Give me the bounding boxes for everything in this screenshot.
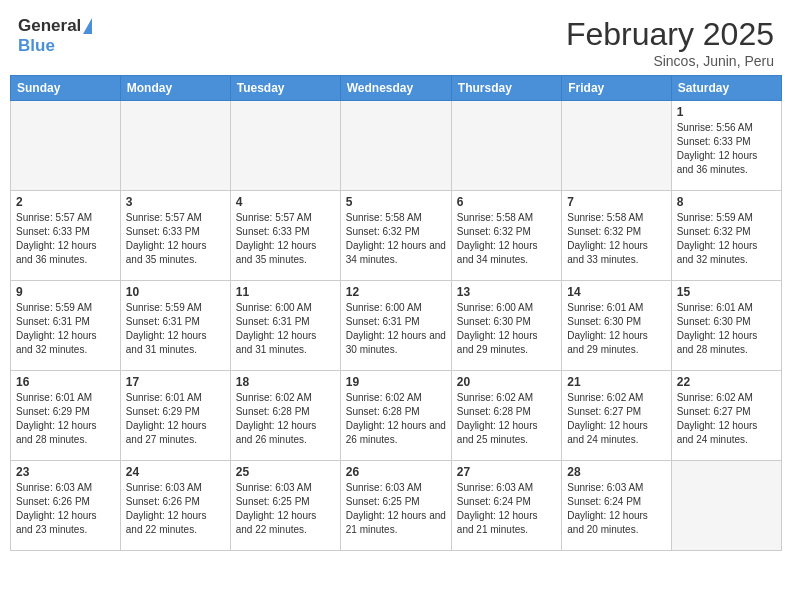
calendar-day-cell: 3Sunrise: 5:57 AM Sunset: 6:33 PM Daylig… [120, 191, 230, 281]
day-number: 8 [677, 195, 776, 209]
calendar-day-cell: 20Sunrise: 6:02 AM Sunset: 6:28 PM Dayli… [451, 371, 561, 461]
day-info: Sunrise: 5:57 AM Sunset: 6:33 PM Dayligh… [236, 211, 335, 267]
day-info: Sunrise: 5:59 AM Sunset: 6:32 PM Dayligh… [677, 211, 776, 267]
calendar-day-cell: 27Sunrise: 6:03 AM Sunset: 6:24 PM Dayli… [451, 461, 561, 551]
day-info: Sunrise: 6:03 AM Sunset: 6:26 PM Dayligh… [16, 481, 115, 537]
location-subtitle: Sincos, Junin, Peru [566, 53, 774, 69]
day-number: 19 [346, 375, 446, 389]
day-number: 24 [126, 465, 225, 479]
day-info: Sunrise: 6:01 AM Sunset: 6:29 PM Dayligh… [126, 391, 225, 447]
day-number: 20 [457, 375, 556, 389]
day-info: Sunrise: 6:02 AM Sunset: 6:27 PM Dayligh… [677, 391, 776, 447]
day-info: Sunrise: 6:00 AM Sunset: 6:31 PM Dayligh… [346, 301, 446, 357]
month-year-title: February 2025 [566, 16, 774, 53]
day-number: 2 [16, 195, 115, 209]
calendar-day-cell: 19Sunrise: 6:02 AM Sunset: 6:28 PM Dayli… [340, 371, 451, 461]
calendar-day-cell [671, 461, 781, 551]
calendar-day-cell: 6Sunrise: 5:58 AM Sunset: 6:32 PM Daylig… [451, 191, 561, 281]
day-number: 25 [236, 465, 335, 479]
day-info: Sunrise: 5:57 AM Sunset: 6:33 PM Dayligh… [16, 211, 115, 267]
day-number: 1 [677, 105, 776, 119]
calendar-day-cell [451, 101, 561, 191]
day-number: 6 [457, 195, 556, 209]
day-info: Sunrise: 6:03 AM Sunset: 6:25 PM Dayligh… [236, 481, 335, 537]
day-number: 26 [346, 465, 446, 479]
calendar-day-cell: 5Sunrise: 5:58 AM Sunset: 6:32 PM Daylig… [340, 191, 451, 281]
calendar-day-cell: 17Sunrise: 6:01 AM Sunset: 6:29 PM Dayli… [120, 371, 230, 461]
day-number: 28 [567, 465, 665, 479]
logo-triangle-icon [83, 18, 92, 34]
day-info: Sunrise: 6:01 AM Sunset: 6:29 PM Dayligh… [16, 391, 115, 447]
calendar-day-cell: 14Sunrise: 6:01 AM Sunset: 6:30 PM Dayli… [562, 281, 671, 371]
day-number: 14 [567, 285, 665, 299]
day-info: Sunrise: 6:00 AM Sunset: 6:30 PM Dayligh… [457, 301, 556, 357]
day-number: 15 [677, 285, 776, 299]
day-info: Sunrise: 6:02 AM Sunset: 6:28 PM Dayligh… [346, 391, 446, 447]
calendar-day-cell: 26Sunrise: 6:03 AM Sunset: 6:25 PM Dayli… [340, 461, 451, 551]
day-number: 5 [346, 195, 446, 209]
day-of-week-header: Friday [562, 76, 671, 101]
logo-general: General [18, 16, 81, 36]
calendar-week-row: 23Sunrise: 6:03 AM Sunset: 6:26 PM Dayli… [11, 461, 782, 551]
day-number: 3 [126, 195, 225, 209]
calendar-day-cell [230, 101, 340, 191]
day-number: 22 [677, 375, 776, 389]
day-number: 16 [16, 375, 115, 389]
day-of-week-header: Sunday [11, 76, 121, 101]
day-info: Sunrise: 6:03 AM Sunset: 6:24 PM Dayligh… [567, 481, 665, 537]
calendar-day-cell: 23Sunrise: 6:03 AM Sunset: 6:26 PM Dayli… [11, 461, 121, 551]
calendar-day-cell [340, 101, 451, 191]
calendar-day-cell: 28Sunrise: 6:03 AM Sunset: 6:24 PM Dayli… [562, 461, 671, 551]
calendar-week-row: 16Sunrise: 6:01 AM Sunset: 6:29 PM Dayli… [11, 371, 782, 461]
logo-blue: Blue [18, 36, 55, 56]
day-info: Sunrise: 6:03 AM Sunset: 6:25 PM Dayligh… [346, 481, 446, 537]
calendar-day-cell: 2Sunrise: 5:57 AM Sunset: 6:33 PM Daylig… [11, 191, 121, 281]
day-number: 27 [457, 465, 556, 479]
calendar-day-cell: 8Sunrise: 5:59 AM Sunset: 6:32 PM Daylig… [671, 191, 781, 281]
day-info: Sunrise: 5:58 AM Sunset: 6:32 PM Dayligh… [457, 211, 556, 267]
calendar-day-cell: 9Sunrise: 5:59 AM Sunset: 6:31 PM Daylig… [11, 281, 121, 371]
day-of-week-header: Thursday [451, 76, 561, 101]
calendar-day-cell: 21Sunrise: 6:02 AM Sunset: 6:27 PM Dayli… [562, 371, 671, 461]
page-header: General Blue February 2025 Sincos, Junin… [10, 10, 782, 71]
day-number: 21 [567, 375, 665, 389]
calendar-day-cell: 10Sunrise: 5:59 AM Sunset: 6:31 PM Dayli… [120, 281, 230, 371]
day-info: Sunrise: 6:00 AM Sunset: 6:31 PM Dayligh… [236, 301, 335, 357]
calendar-day-cell: 13Sunrise: 6:00 AM Sunset: 6:30 PM Dayli… [451, 281, 561, 371]
calendar-day-cell: 1Sunrise: 5:56 AM Sunset: 6:33 PM Daylig… [671, 101, 781, 191]
day-info: Sunrise: 5:58 AM Sunset: 6:32 PM Dayligh… [346, 211, 446, 267]
calendar-week-row: 9Sunrise: 5:59 AM Sunset: 6:31 PM Daylig… [11, 281, 782, 371]
calendar-day-cell: 24Sunrise: 6:03 AM Sunset: 6:26 PM Dayli… [120, 461, 230, 551]
day-info: Sunrise: 5:58 AM Sunset: 6:32 PM Dayligh… [567, 211, 665, 267]
day-info: Sunrise: 6:02 AM Sunset: 6:27 PM Dayligh… [567, 391, 665, 447]
title-block: February 2025 Sincos, Junin, Peru [566, 16, 774, 69]
day-of-week-header: Monday [120, 76, 230, 101]
day-number: 10 [126, 285, 225, 299]
day-info: Sunrise: 5:57 AM Sunset: 6:33 PM Dayligh… [126, 211, 225, 267]
calendar-day-cell: 18Sunrise: 6:02 AM Sunset: 6:28 PM Dayli… [230, 371, 340, 461]
calendar-day-cell [11, 101, 121, 191]
day-info: Sunrise: 6:03 AM Sunset: 6:24 PM Dayligh… [457, 481, 556, 537]
day-info: Sunrise: 5:59 AM Sunset: 6:31 PM Dayligh… [126, 301, 225, 357]
day-number: 13 [457, 285, 556, 299]
day-number: 23 [16, 465, 115, 479]
day-info: Sunrise: 6:02 AM Sunset: 6:28 PM Dayligh… [236, 391, 335, 447]
calendar-day-cell: 11Sunrise: 6:00 AM Sunset: 6:31 PM Dayli… [230, 281, 340, 371]
day-info: Sunrise: 6:02 AM Sunset: 6:28 PM Dayligh… [457, 391, 556, 447]
day-number: 18 [236, 375, 335, 389]
calendar-day-cell [562, 101, 671, 191]
day-number: 7 [567, 195, 665, 209]
day-of-week-header: Tuesday [230, 76, 340, 101]
calendar-day-cell: 4Sunrise: 5:57 AM Sunset: 6:33 PM Daylig… [230, 191, 340, 281]
calendar-table: SundayMondayTuesdayWednesdayThursdayFrid… [10, 75, 782, 551]
day-info: Sunrise: 6:01 AM Sunset: 6:30 PM Dayligh… [567, 301, 665, 357]
calendar-day-cell: 12Sunrise: 6:00 AM Sunset: 6:31 PM Dayli… [340, 281, 451, 371]
day-number: 11 [236, 285, 335, 299]
day-number: 12 [346, 285, 446, 299]
day-info: Sunrise: 6:03 AM Sunset: 6:26 PM Dayligh… [126, 481, 225, 537]
logo: General Blue [18, 16, 92, 56]
day-number: 9 [16, 285, 115, 299]
day-of-week-header: Wednesday [340, 76, 451, 101]
calendar-day-cell: 25Sunrise: 6:03 AM Sunset: 6:25 PM Dayli… [230, 461, 340, 551]
calendar-day-cell: 15Sunrise: 6:01 AM Sunset: 6:30 PM Dayli… [671, 281, 781, 371]
